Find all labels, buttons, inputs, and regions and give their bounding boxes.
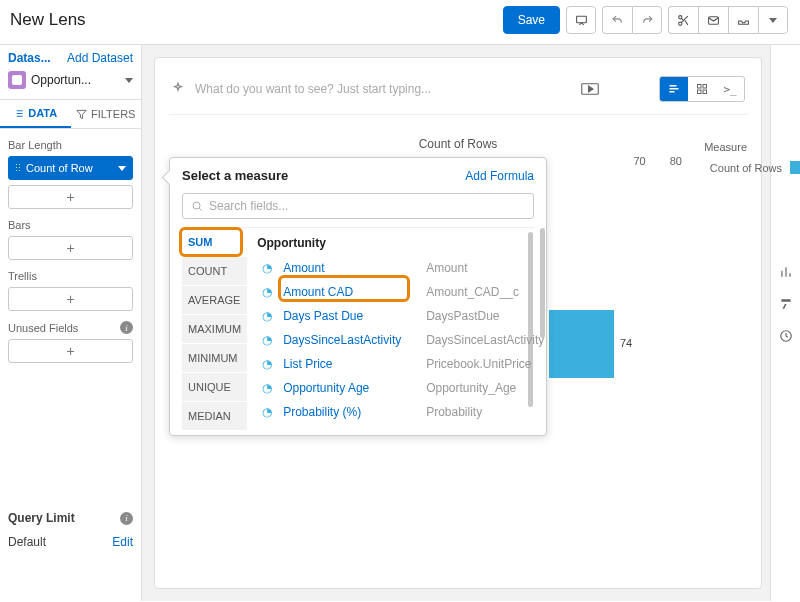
agg-minimum[interactable]: MINIMUM (182, 344, 247, 373)
measure-picker-popover: Select a measure Add Formula Search fiel… (169, 157, 547, 436)
axis-tick: 70 (634, 155, 646, 167)
grid-icon (696, 83, 708, 95)
sparkle-icon (171, 82, 185, 96)
redo-button[interactable] (632, 6, 662, 34)
download-button[interactable] (728, 6, 758, 34)
agg-count[interactable]: COUNT (182, 257, 247, 286)
add-trellis-button[interactable]: + (8, 287, 133, 311)
add-bars-button[interactable]: + (8, 236, 133, 260)
field-row[interactable]: ◔Opportunity AgeOpportunity_Age (257, 376, 546, 400)
legend-series-label: Count of Rows (710, 162, 782, 174)
measure-header: Measure (704, 141, 747, 153)
chart-props-icon[interactable] (779, 265, 793, 279)
agg-median[interactable]: MEDIAN (182, 402, 247, 431)
field-row[interactable]: ◔Probability (%)Probability (257, 400, 546, 424)
scrollbar-thumb[interactable] (540, 228, 545, 338)
tab-data[interactable]: DATA (0, 100, 71, 128)
chart-bar-value: 74 (620, 337, 632, 349)
canvas: What do you want to see? Just start typi… (154, 57, 762, 589)
bars-icon (668, 83, 680, 95)
measure-icon: ◔ (259, 381, 275, 395)
list-icon (13, 108, 24, 119)
measure-icon: ◔ (259, 261, 275, 275)
bar-length-pill[interactable]: Count of Row (8, 156, 133, 180)
app-header: New Lens Save (0, 0, 800, 45)
svg-rect-16 (698, 85, 702, 89)
tab-filters[interactable]: FILTERS (71, 100, 142, 128)
add-unused-button[interactable]: + (8, 339, 133, 363)
mail-icon (707, 14, 720, 27)
add-formula-link[interactable]: Add Formula (465, 169, 534, 183)
chevron-down-icon (769, 18, 777, 23)
saql-mode-button[interactable]: >_ (716, 77, 744, 101)
history-icon[interactable] (779, 329, 793, 343)
save-button[interactable]: Save (503, 6, 560, 34)
measure-icon: ◔ (259, 333, 275, 347)
agg-maximum[interactable]: MAXIMUM (182, 315, 247, 344)
highlight-box (278, 275, 410, 302)
highlight-box (179, 227, 243, 257)
more-menu-button[interactable] (758, 6, 788, 34)
measure-picker-title: Select a measure (182, 168, 288, 183)
info-icon[interactable]: i (120, 512, 133, 525)
left-sidebar: Datas... Add Dataset Opportun... DATA FI… (0, 45, 142, 601)
presentation-icon (575, 14, 588, 27)
tray-icon (737, 14, 750, 27)
bars-label: Bars (8, 219, 133, 231)
chart-mode-button[interactable] (660, 77, 688, 101)
dataset-name: Opportun... (31, 73, 120, 87)
drag-handle-icon (15, 163, 21, 173)
search-icon (191, 200, 203, 212)
svg-rect-19 (703, 90, 707, 94)
undo-button[interactable] (602, 6, 632, 34)
undo-icon (611, 14, 624, 27)
svg-rect-13 (670, 85, 677, 87)
chart-area: 74 Select a measure Add Formula Search f… (169, 175, 747, 535)
measure-icon: ◔ (259, 357, 275, 371)
query-limit-label: Query Limit (8, 511, 75, 525)
field-list: Opportunity ◔AmountAmount ◔Amount CADAmo… (247, 228, 546, 431)
history-group (602, 6, 662, 34)
aggregation-list: SUM COUNT AVERAGE MAXIMUM MINIMUM UNIQUE… (182, 228, 247, 431)
field-row[interactable]: ◔List PricePricebook.UnitPrice (257, 352, 546, 376)
chevron-down-icon (125, 78, 133, 83)
field-row[interactable]: ◔Days Past DueDaysPastDue (257, 304, 546, 328)
axis-tick: 80 (670, 155, 682, 167)
clip-button[interactable] (668, 6, 698, 34)
unused-fields-label: Unused Fields (8, 322, 78, 334)
svg-marker-10 (77, 110, 86, 118)
mail-button[interactable] (698, 6, 728, 34)
add-dataset-link[interactable]: Add Dataset (67, 51, 133, 65)
measure-icon: ◔ (259, 285, 275, 299)
svg-rect-15 (670, 91, 675, 93)
info-icon[interactable]: i (120, 321, 133, 334)
svg-rect-18 (698, 90, 702, 94)
filter-icon (76, 109, 87, 120)
query-input[interactable]: What do you want to see? Just start typi… (195, 82, 571, 96)
svg-rect-17 (703, 85, 707, 89)
header-actions: Save (503, 6, 788, 34)
present-button[interactable] (566, 6, 596, 34)
redo-icon (641, 14, 654, 27)
share-group (668, 6, 788, 34)
add-bar-length-button[interactable]: + (8, 185, 133, 209)
query-limit-row: Query Limit i (8, 511, 133, 525)
field-group-label: Opportunity (257, 236, 546, 250)
query-limit-default-row: Default Edit (8, 535, 133, 549)
page-title: New Lens (10, 10, 86, 30)
agg-unique[interactable]: UNIQUE (182, 373, 247, 402)
run-icon[interactable] (581, 82, 599, 96)
scissors-icon (677, 14, 690, 27)
field-row[interactable]: ◔DaysSinceLastActivityDaysSinceLastActiv… (257, 328, 546, 352)
trellis-label: Trellis (8, 270, 133, 282)
agg-average[interactable]: AVERAGE (182, 286, 247, 315)
format-icon[interactable] (779, 297, 793, 311)
chart-bar[interactable] (549, 310, 614, 378)
edit-query-limit-link[interactable]: Edit (112, 535, 133, 549)
svg-rect-14 (670, 88, 679, 90)
dataset-row[interactable]: Opportun... (8, 71, 133, 89)
measure-icon: ◔ (259, 405, 275, 419)
table-mode-button[interactable] (688, 77, 716, 101)
measure-search-input[interactable]: Search fields... (182, 193, 534, 219)
bar-length-value: Count of Row (26, 162, 113, 174)
